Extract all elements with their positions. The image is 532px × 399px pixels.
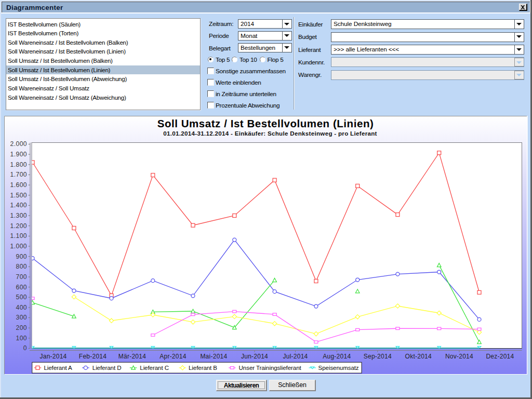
svg-text:Lieferant B: Lieferant B [189,364,217,370]
svg-text:Lieferant C: Lieferant C [140,364,169,370]
svg-text:Nov-2014: Nov-2014 [445,352,473,360]
svg-text:600: 600 [16,283,27,290]
svg-text:800: 800 [16,263,27,270]
svg-text:1.600: 1.600 [10,181,28,189]
svg-text:1.700: 1.700 [10,171,28,178]
svg-text:1.800: 1.800 [10,161,28,168]
svg-text:0: 0 [23,344,27,352]
svg-text:200: 200 [16,324,27,331]
svg-text:Okt-2014: Okt-2014 [405,352,432,360]
svg-text:900: 900 [16,252,27,260]
svg-text:1.100: 1.100 [10,232,28,240]
svg-text:2.000: 2.000 [10,140,28,148]
svg-text:300: 300 [16,314,27,321]
svg-text:1.900: 1.900 [10,151,28,158]
svg-text:Mai-2014: Mai-2014 [200,352,227,360]
svg-text:700: 700 [16,273,27,280]
svg-text:Aug-2014: Aug-2014 [323,352,351,360]
svg-text:100: 100 [16,334,27,341]
svg-text:Jun-2014: Jun-2014 [241,352,268,360]
svg-text:1.000: 1.000 [10,242,28,249]
svg-text:Unser Trainingslieferant: Unser Trainingslieferant [239,364,302,370]
svg-text:Mär-2014: Mär-2014 [118,352,146,360]
svg-text:1.400: 1.400 [10,202,28,209]
svg-text:Feb-2014: Feb-2014 [79,352,107,360]
svg-text:Jul-2014: Jul-2014 [283,352,308,360]
svg-text:500: 500 [16,294,27,301]
svg-text:1.500: 1.500 [10,191,28,198]
svg-text:01.01.2014-31.12.2014 - Einkäu: 01.01.2014-31.12.2014 - Einkäufer: Schul… [163,130,377,137]
svg-text:Apr-2014: Apr-2014 [159,352,186,360]
svg-text:Sep-2014: Sep-2014 [364,352,392,360]
svg-text:Lieferant A: Lieferant A [44,364,72,370]
svg-text:Jan-2014: Jan-2014 [39,352,66,360]
svg-text:400: 400 [16,303,27,311]
svg-text:Soll Umsatz / Ist Bestellvolum: Soll Umsatz / Ist Bestellvolumen (Linien… [157,117,374,129]
svg-text:Dez-2014: Dez-2014 [486,352,514,360]
svg-text:Lieferant D: Lieferant D [92,364,122,370]
svg-text:Speisenumsatz: Speisenumsatz [318,364,359,370]
svg-text:1.300: 1.300 [10,211,28,219]
svg-text:1.200: 1.200 [10,222,28,229]
